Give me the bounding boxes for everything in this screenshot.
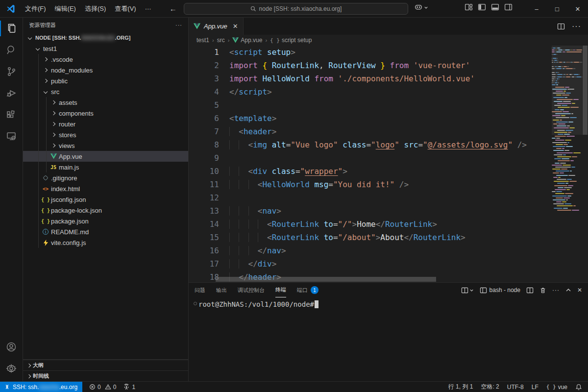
tree-item-assets[interactable]: assets xyxy=(23,97,188,108)
code-line-12[interactable]: 12 xyxy=(189,191,552,204)
menu-item[interactable]: 选择(S) xyxy=(80,2,110,15)
maximize-button[interactable]: □ xyxy=(547,0,567,18)
close-panel-icon[interactable]: ✕ xyxy=(577,287,582,294)
tree-item-components[interactable]: components xyxy=(23,108,188,119)
tree-item-main-js[interactable]: JSmain.js xyxy=(23,162,188,172)
terminal-instance[interactable]: bash - node xyxy=(480,287,520,294)
tree-item-jsconfig-json[interactable]: { }jsconfig.json xyxy=(23,194,188,205)
code-line-17[interactable]: 17 </div> xyxy=(189,257,552,270)
code-line-14[interactable]: 14 <RouterLink to="/">Home</RouterLink> xyxy=(189,218,552,231)
tree-item-readme-md[interactable]: iREADME.md xyxy=(23,226,188,237)
tree-item-label: README.md xyxy=(51,228,89,236)
timeline-section[interactable]: 时间线 xyxy=(23,370,188,381)
terminal-launch-profile-button[interactable] xyxy=(461,287,474,294)
code-line-15[interactable]: 15 <RouterLink to="/about">About</Router… xyxy=(189,231,552,244)
code-line-4[interactable]: 4</script> xyxy=(189,85,552,98)
toggle-panel-icon[interactable] xyxy=(491,3,499,11)
minimize-button[interactable]: – xyxy=(526,0,547,18)
explorer-more-actions[interactable]: ··· xyxy=(175,22,182,28)
tree-item-test1[interactable]: test1 xyxy=(23,43,188,54)
vertical-scrollbar[interactable] xyxy=(582,46,588,282)
remote-explorer-activity-icon[interactable] xyxy=(0,125,23,147)
code-line-9[interactable]: 9 xyxy=(189,151,552,165)
editor-more-actions[interactable]: ··· xyxy=(572,22,581,31)
tree-item-stores[interactable]: stores xyxy=(23,129,188,140)
indentation-status[interactable]: 空格: 2 xyxy=(481,383,499,391)
tree-item-node-modules[interactable]: node_modules xyxy=(23,65,188,75)
tree-item-public[interactable]: public xyxy=(23,75,188,86)
customize-layout-icon[interactable] xyxy=(465,3,473,11)
breadcrumb-item[interactable]: test1 xyxy=(196,37,209,44)
code-line-5[interactable]: 5 xyxy=(189,98,552,112)
copilot-button[interactable] xyxy=(414,3,428,11)
back-button[interactable]: ← xyxy=(170,4,177,13)
toggle-secondary-sidebar-icon[interactable] xyxy=(504,3,513,11)
tree-item-router[interactable]: router xyxy=(23,119,188,129)
code-line-6[interactable]: 6<template> xyxy=(189,112,552,125)
tree-item-src[interactable]: src xyxy=(23,86,188,97)
panel-more-actions[interactable]: ··· xyxy=(552,287,560,294)
code-line-16[interactable]: 16 </nav> xyxy=(189,244,552,257)
code-line-10[interactable]: 10 <div class="wrapper"> xyxy=(189,165,552,178)
outline-section[interactable]: 大纲 xyxy=(23,360,188,370)
panel-tab-端口[interactable]: 端口1 xyxy=(297,283,318,297)
code-content[interactable]: 1<script setup>2import { RouterLink, Rou… xyxy=(189,46,552,282)
panel-tab-问题[interactable]: 问题 xyxy=(195,283,205,297)
panel-tab-调试控制台[interactable]: 调试控制台 xyxy=(238,283,265,297)
explorer-activity-icon[interactable] xyxy=(0,18,23,39)
ports-status[interactable]: 1 xyxy=(123,384,135,391)
tab-close-icon[interactable]: ✕ xyxy=(233,23,238,30)
breadcrumb-item[interactable]: { }script setup xyxy=(270,37,312,44)
settings-gear-icon[interactable] xyxy=(0,358,23,379)
code-line-7[interactable]: 7 <header> xyxy=(189,125,552,138)
encoding-status[interactable]: UTF-8 xyxy=(507,384,524,391)
command-center[interactable]: node [SSH: ssh.xiaocha.eu.org] xyxy=(184,3,408,15)
maximize-panel-icon[interactable] xyxy=(565,287,571,293)
tree-item-views[interactable]: views xyxy=(23,140,188,151)
tree-item-vite-config-js[interactable]: vite.config.js xyxy=(23,237,188,248)
tree-item-index-html[interactable]: <>index.html xyxy=(23,183,188,194)
source-control-activity-icon[interactable] xyxy=(0,61,23,82)
tree-item-root[interactable]: NODE [SSH: SSH.XIAOCHA.EU.ORG] xyxy=(23,32,188,43)
eol-status[interactable]: LF xyxy=(532,384,539,391)
code-line-3[interactable]: 3import HelloWorld from './components/He… xyxy=(189,72,552,85)
menu-item[interactable]: 文件(F) xyxy=(21,2,50,15)
activity-bar xyxy=(0,18,23,381)
tree-item-app-vue[interactable]: App.vue xyxy=(23,151,188,162)
panel-tab-输出[interactable]: 输出 xyxy=(216,283,227,297)
code-line-2[interactable]: 2import { RouterLink, RouterView } from … xyxy=(189,59,552,72)
menu-item[interactable]: ··· xyxy=(141,2,156,15)
breadcrumb-item[interactable]: App.vue xyxy=(232,37,262,44)
tree-item-package-json[interactable]: { }package.json xyxy=(23,216,188,226)
menu-item[interactable]: 查看(V) xyxy=(110,2,140,15)
close-button[interactable]: ✕ xyxy=(567,0,588,18)
cursor-position-status[interactable]: 行 1, 列 1 xyxy=(448,383,473,391)
tree-item-package-lock-json[interactable]: { }package-lock.json xyxy=(23,205,188,216)
code-line-8[interactable]: 8 <img alt="Vue logo" class="logo" src="… xyxy=(189,138,552,151)
notifications-status[interactable] xyxy=(575,384,582,391)
tree-item--vscode[interactable]: .vscode xyxy=(23,54,188,65)
panel-tab-终端[interactable]: 终端 xyxy=(275,283,286,297)
tree-item--gitignore[interactable]: .gitignore xyxy=(23,172,188,183)
terminal-output[interactable]: root@ZhhNAS:/vol1/1000/node# xyxy=(189,297,588,381)
language-mode-status[interactable]: { } vue xyxy=(546,384,567,391)
minimap-slider[interactable] xyxy=(552,46,582,135)
horizontal-scrollbar[interactable] xyxy=(216,277,436,282)
split-terminal-icon[interactable] xyxy=(526,287,534,294)
remote-indicator[interactable]: SSH: ssh.xiaocha.eu.org xyxy=(0,382,82,392)
code-line-11[interactable]: 11 <HelloWorld msg="You did it!" /> xyxy=(189,178,552,191)
run-debug-activity-icon[interactable] xyxy=(0,82,23,104)
breadcrumb-item[interactable]: src xyxy=(217,37,225,44)
extensions-activity-icon[interactable] xyxy=(0,104,23,125)
accounts-icon[interactable] xyxy=(0,336,23,358)
code-line-13[interactable]: 13 <nav> xyxy=(189,204,552,218)
code-line-1[interactable]: 1<script setup> xyxy=(189,46,552,59)
kill-terminal-icon[interactable] xyxy=(539,287,546,294)
split-editor-icon[interactable] xyxy=(557,23,565,30)
tab-app-vue[interactable]: App.vue ✕ xyxy=(189,18,244,35)
minimap[interactable] xyxy=(552,46,582,282)
problems-status[interactable]: 0 0 xyxy=(89,384,116,391)
menu-item[interactable]: 编辑(E) xyxy=(50,2,80,15)
toggle-sidebar-icon[interactable] xyxy=(478,3,486,11)
search-activity-icon[interactable] xyxy=(0,39,23,61)
